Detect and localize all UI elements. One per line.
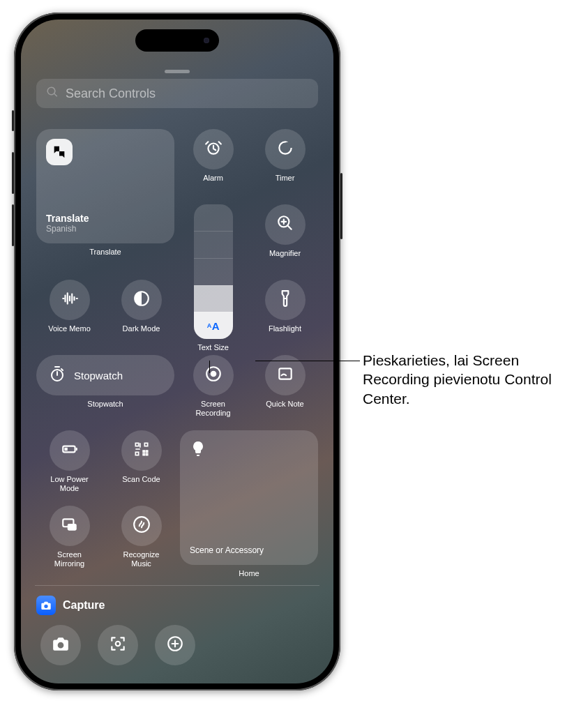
capture-item-2[interactable] <box>98 625 138 665</box>
home-label: Home <box>239 569 259 578</box>
scan-code-label: Scan Code <box>122 475 160 484</box>
capture-section-header: Capture <box>36 596 318 615</box>
screen: Search Controls Translate Spanish Transl <box>21 20 333 683</box>
battery-icon <box>61 440 79 461</box>
magnifier-icon <box>276 214 294 235</box>
alarm-control[interactable]: Alarm <box>180 129 246 202</box>
quick-note-label: Quick Note <box>266 400 303 409</box>
timer-control[interactable]: Timer <box>252 129 318 202</box>
callout-leader-tick <box>209 361 210 373</box>
volume-down-button <box>12 204 14 246</box>
mirroring-icon <box>61 515 79 536</box>
timer-label: Timer <box>276 174 295 183</box>
alarm-icon <box>204 139 223 160</box>
qr-icon <box>133 440 151 461</box>
capture-item-3[interactable] <box>155 625 195 665</box>
translate-widget[interactable]: Translate Spanish Translate <box>36 129 174 277</box>
svg-rect-8 <box>75 448 77 451</box>
camera-icon <box>52 635 70 656</box>
home-widget-text: Scene or Accessory <box>190 545 308 555</box>
translate-subtitle: Spanish <box>46 224 165 234</box>
side-button <box>340 173 342 239</box>
screen-recording-label: Screen Recording <box>195 400 230 417</box>
flashlight-label: Flashlight <box>269 324 301 333</box>
search-placeholder: Search Controls <box>66 86 156 101</box>
shazam-icon <box>133 515 151 536</box>
magnifier-control[interactable]: Magnifier <box>252 204 318 277</box>
dark-mode-icon <box>133 289 151 310</box>
svg-point-13 <box>116 642 121 647</box>
translate-label: Translate <box>89 248 121 257</box>
dark-mode-label: Dark Mode <box>123 324 160 333</box>
svg-point-5 <box>210 371 216 377</box>
quick-note-control[interactable]: Quick Note <box>252 355 318 428</box>
capture-section-label: Capture <box>63 599 105 612</box>
dark-mode-control[interactable]: Dark Mode <box>108 280 174 352</box>
text-size-label: Text Size <box>197 343 229 352</box>
scan-code-control[interactable]: Scan Code <box>108 430 174 503</box>
waveform-icon <box>61 289 79 310</box>
voice-memo-control[interactable]: Voice Memo <box>36 280 103 352</box>
timer-icon <box>276 139 294 160</box>
quick-note-icon <box>276 365 294 386</box>
viewfinder-icon <box>109 635 127 656</box>
stopwatch-control[interactable]: Stopwatch Stopwatch <box>36 355 174 428</box>
flashlight-icon <box>276 289 294 310</box>
svg-rect-11 <box>67 524 76 531</box>
low-power-control[interactable]: Low Power Mode <box>36 430 103 503</box>
dynamic-island <box>135 29 219 52</box>
translate-icon <box>46 139 73 165</box>
callout-leader-line <box>255 361 360 361</box>
stopwatch-label: Stopwatch <box>87 400 123 409</box>
bulb-icon <box>190 440 308 460</box>
magnifier-label: Magnifier <box>269 249 301 258</box>
camera-app-icon <box>36 596 56 615</box>
mute-switch <box>12 110 14 131</box>
screen-mirroring-label: Screen Mirroring <box>54 550 84 568</box>
recognize-music-label: Recognize Music <box>123 550 160 568</box>
volume-up-button <box>12 152 14 194</box>
svg-rect-9 <box>64 448 67 451</box>
record-icon <box>204 365 223 386</box>
screen-mirroring-control[interactable]: Screen Mirroring <box>36 506 103 578</box>
iphone-frame: Search Controls Translate Spanish Transl <box>14 13 340 690</box>
callout-text: Pieskarieties, lai Screen Recording piev… <box>363 351 572 408</box>
text-size-indicator: AA <box>194 312 233 339</box>
search-controls-field[interactable]: Search Controls <box>36 79 318 108</box>
low-power-label: Low Power Mode <box>50 475 88 492</box>
plus-circle-icon <box>166 635 184 656</box>
capture-item-1[interactable] <box>40 625 81 665</box>
svg-point-12 <box>134 517 149 532</box>
stopwatch-icon <box>49 365 66 385</box>
flashlight-control[interactable]: Flashlight <box>252 280 318 352</box>
section-divider <box>35 585 319 586</box>
text-size-control[interactable]: AA Text Size <box>180 204 246 352</box>
home-widget[interactable]: Scene or Accessory Home <box>180 430 318 578</box>
recognize-music-control[interactable]: Recognize Music <box>108 506 174 578</box>
voice-memo-label: Voice Memo <box>48 324 91 333</box>
search-icon <box>46 86 59 102</box>
stopwatch-pill-text: Stopwatch <box>74 370 123 381</box>
alarm-label: Alarm <box>203 174 223 183</box>
screen-recording-control[interactable]: Screen Recording <box>180 355 246 428</box>
translate-title: Translate <box>46 213 165 224</box>
